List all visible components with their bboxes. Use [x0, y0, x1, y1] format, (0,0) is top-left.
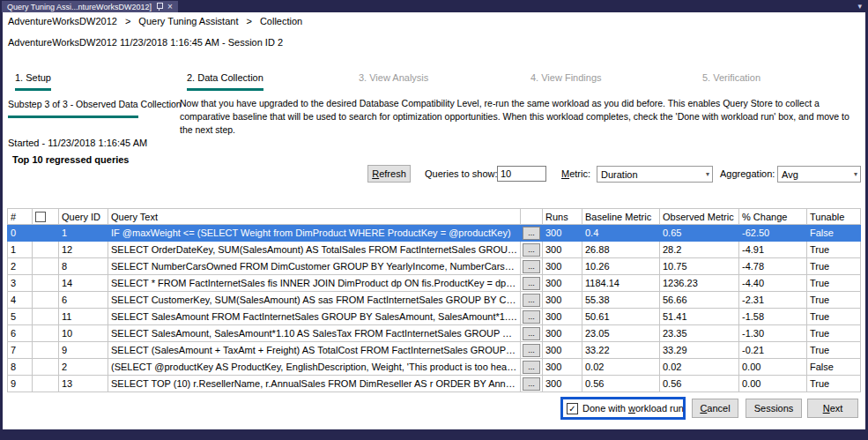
- chevron-down-icon: ▾: [854, 170, 857, 178]
- done-workload-checkbox[interactable]: ✓: [567, 403, 578, 414]
- table-row[interactable]: 5 11 SELECT SalesAmount FROM FactInterne…: [8, 309, 861, 325]
- query-table-body: 0 1 IF @maxWeight <= (SELECT Weight from…: [8, 225, 861, 392]
- step-view-analysis: 3. View Analysis: [359, 72, 530, 91]
- row-checkbox-cell[interactable]: [33, 225, 59, 242]
- table-header-row: # Query ID Query Text Runs Baseline Metr…: [8, 209, 861, 225]
- row-checkbox-cell[interactable]: [33, 376, 59, 392]
- breadcrumb-item-database[interactable]: AdventureWorksDW2012: [8, 16, 117, 26]
- refresh-button[interactable]: Refresh: [367, 165, 411, 183]
- row-checkbox-cell[interactable]: [33, 359, 59, 376]
- row-index-cell: 2: [8, 258, 33, 275]
- query-expand-button[interactable]: ...: [523, 377, 540, 391]
- runs-cell: 300: [543, 359, 582, 376]
- table-row[interactable]: 6 10 SELECT SalesAmount, SalesAmount*1.1…: [8, 325, 861, 342]
- query-text-cell: IF @maxWeight <= (SELECT Weight from Dim…: [108, 225, 521, 242]
- query-expand-button[interactable]: ...: [523, 294, 540, 307]
- row-index-cell: 3: [8, 275, 33, 292]
- query-expand-button[interactable]: ...: [523, 310, 540, 324]
- done-workload-label[interactable]: Done with workload run: [582, 403, 684, 414]
- tunable-cell: True: [807, 342, 861, 359]
- query-text-cell: SELECT * FROM FactInternetSales fis INNE…: [108, 275, 521, 292]
- col-index[interactable]: #: [8, 209, 33, 225]
- row-checkbox-cell[interactable]: [33, 342, 59, 359]
- col-baseline-metric[interactable]: Baseline Metric: [582, 209, 660, 225]
- col-tunable[interactable]: Tunable: [807, 209, 861, 225]
- table-row[interactable]: 0 1 IF @maxWeight <= (SELECT Weight from…: [8, 225, 861, 242]
- col-observed-metric[interactable]: Observed Metric: [660, 209, 739, 225]
- row-checkbox-cell[interactable]: [33, 258, 59, 275]
- document-tab[interactable]: Query Tuning Assi...ntureWorksDW2012] ×: [2, 1, 178, 12]
- col-query-id[interactable]: Query ID: [59, 209, 108, 225]
- baseline-metric-cell: 1184.14: [582, 275, 660, 292]
- table-row[interactable]: 4 6 SELECT CustomerKey, SUM(SalesAmount)…: [8, 292, 861, 309]
- observed-metric-cell: 56.66: [660, 292, 739, 309]
- metric-label: Metric:: [561, 168, 590, 179]
- step-view-findings: 4. View Findings: [530, 72, 702, 91]
- observed-metric-cell: 0.65: [660, 225, 739, 242]
- query-expand-button[interactable]: ...: [523, 260, 540, 273]
- breadcrumb-separator: >: [125, 16, 130, 26]
- chevron-down-icon[interactable]: ▾: [857, 2, 862, 11]
- query-expand-button[interactable]: ...: [523, 361, 540, 374]
- tunable-cell: False: [807, 225, 861, 242]
- runs-cell: 300: [543, 325, 582, 342]
- col-query-text[interactable]: Query Text: [108, 209, 521, 225]
- query-expand-button[interactable]: ...: [523, 277, 540, 290]
- query-expand-cell: ...: [521, 376, 543, 392]
- row-checkbox-cell[interactable]: [33, 325, 59, 342]
- runs-cell: 300: [543, 292, 582, 309]
- observed-metric-cell: 10.75: [660, 258, 739, 275]
- row-checkbox-cell[interactable]: [33, 275, 59, 292]
- query-text-cell: SELECT (SalesAmount + TaxAmt + Freight) …: [108, 342, 521, 359]
- breadcrumb-item-collection[interactable]: Collection: [260, 16, 302, 26]
- substep-title: Substep 3 of 3 - Observed Data Collectio…: [8, 99, 182, 109]
- col-runs[interactable]: Runs: [543, 209, 582, 225]
- tunable-cell: True: [807, 258, 861, 275]
- table-row[interactable]: 2 8 SELECT NumberCarsOwned FROM DimCusto…: [8, 258, 861, 275]
- breadcrumb-item-assistant[interactable]: Query Tuning Assistant: [138, 16, 238, 26]
- query-expand-cell: ...: [521, 275, 543, 292]
- select-all-checkbox[interactable]: [35, 212, 46, 222]
- table-row[interactable]: 3 14 SELECT * FROM FactInternetSales fis…: [8, 275, 861, 292]
- aggregation-label: Aggregation:: [720, 168, 775, 179]
- runs-cell: 300: [543, 309, 582, 325]
- query-id-cell: 2: [59, 359, 108, 376]
- col-percent-change[interactable]: % Change: [739, 209, 807, 225]
- table-row[interactable]: 9 13 SELECT TOP (10) r.ResellerName, r.A…: [8, 376, 861, 392]
- col-select[interactable]: [33, 209, 59, 225]
- metric-dropdown[interactable]: Duration ▾: [597, 166, 713, 183]
- next-button[interactable]: Next: [807, 399, 858, 418]
- cancel-button[interactable]: Cancel: [692, 399, 738, 418]
- sessions-button[interactable]: Sessions: [746, 399, 802, 418]
- row-index-cell: 9: [8, 376, 33, 392]
- query-expand-button[interactable]: ...: [523, 327, 540, 340]
- step-setup[interactable]: 1. Setup: [15, 72, 187, 91]
- table-row[interactable]: 1 12 SELECT OrderDateKey, SUM(SalesAmoun…: [8, 242, 861, 258]
- query-expand-button[interactable]: ...: [523, 227, 540, 240]
- runs-cell: 300: [543, 342, 582, 359]
- query-expand-button[interactable]: ...: [523, 344, 540, 357]
- query-id-cell: 6: [59, 292, 108, 309]
- aggregation-dropdown[interactable]: Avg ▾: [777, 166, 861, 183]
- pin-icon[interactable]: [156, 3, 163, 11]
- baseline-metric-cell: 33.22: [582, 342, 660, 359]
- percent-change-cell: -1.30: [739, 325, 807, 342]
- substep-underline: [8, 116, 138, 118]
- row-checkbox-cell[interactable]: [33, 242, 59, 258]
- query-id-cell: 9: [59, 342, 108, 359]
- query-expand-cell: ...: [521, 359, 543, 376]
- tunable-cell: True: [807, 309, 861, 325]
- table-row[interactable]: 7 9 SELECT (SalesAmount + TaxAmt + Freig…: [8, 342, 861, 359]
- step-data-collection[interactable]: 2. Data Collection: [187, 72, 359, 91]
- query-expand-button[interactable]: ...: [523, 243, 540, 257]
- percent-change-cell: 0.00: [739, 376, 807, 392]
- baseline-metric-cell: 23.05: [582, 325, 660, 342]
- close-icon[interactable]: ×: [167, 3, 173, 11]
- row-checkbox-cell[interactable]: [33, 292, 59, 309]
- queries-to-show-input[interactable]: [497, 166, 546, 182]
- started-timestamp: Started - 11/23/2018 1:16:45 AM: [8, 138, 147, 148]
- table-row[interactable]: 8 2 (SELECT @productKey AS ProductKey, E…: [8, 359, 861, 376]
- tab-title: Query Tuning Assi...ntureWorksDW2012]: [7, 3, 152, 11]
- row-checkbox-cell[interactable]: [33, 309, 59, 325]
- runs-cell: 300: [543, 275, 582, 292]
